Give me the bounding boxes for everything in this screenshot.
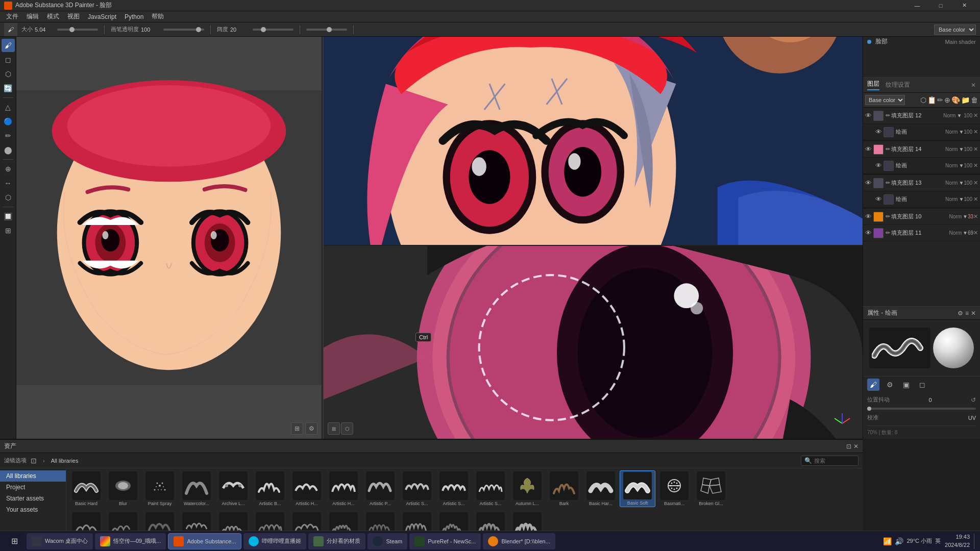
brush-paint-spray[interactable]: Paint Spray <box>142 470 178 507</box>
brush-param-fill[interactable]: ▣ <box>900 379 912 391</box>
canvas-mode-2[interactable]: ⬡ <box>341 422 353 435</box>
layer-item-14[interactable]: 👁 ✏ 填充图层 14 Norm ▼ 100 ✕ <box>863 141 980 158</box>
taskbar-substance[interactable]: Adobe Substance... <box>168 533 241 549</box>
layer-item-11[interactable]: 👁 ✏ 填充图层 11 Norm ▼ 69 ✕ <box>863 225 980 241</box>
prop-header-layout[interactable]: ≡ <box>965 310 969 317</box>
layer10-visibility[interactable]: 👁 <box>865 213 872 220</box>
canvas-mode-1[interactable]: ⊞ <box>328 422 340 435</box>
library-item-your[interactable]: Your assets <box>0 504 66 515</box>
brush-basmati[interactable]: Basmati... <box>656 470 692 507</box>
minimize-button[interactable]: — <box>905 0 929 11</box>
layer-visibility-toggle[interactable]: 👁 <box>865 112 872 119</box>
tool-paint[interactable]: 🖌 <box>2 39 15 52</box>
taskbar-bilibili[interactable]: 哔哩哔哩直播姬 <box>243 533 306 549</box>
layer-item-13[interactable]: 👁 ✏ 填充图层 13 Norm ▼ 100 ✕ <box>863 175 980 191</box>
opacity-slider[interactable] <box>163 29 204 31</box>
menu-javascript[interactable]: JavaScript <box>84 12 120 21</box>
tool-polygon[interactable]: ⬡ <box>2 67 15 81</box>
tool-move[interactable]: ↔ <box>2 177 15 190</box>
texture-shader-row[interactable]: 脸部 Main shader <box>863 35 980 48</box>
prop-header-settings[interactable]: ⚙ <box>958 310 963 317</box>
taskbar-steam[interactable]: Steam <box>368 533 407 549</box>
maximize-button[interactable]: □ <box>929 0 952 11</box>
layer14-sub[interactable]: 👁 绘画 Norm ▼ 100 ✕ <box>863 158 980 174</box>
menu-mode[interactable]: 模式 <box>43 11 63 22</box>
canvas-left[interactable]: ⊞ ⚙ <box>16 37 323 439</box>
brush-tool-icon[interactable]: 🖌 <box>4 23 17 36</box>
brush-bark[interactable]: Bark <box>546 470 582 507</box>
time-display[interactable]: 19:43 2024/8/22 <box>945 533 970 549</box>
tool-circle[interactable]: ⬤ <box>2 143 15 157</box>
taskbar-wacom[interactable]: Wacom 桌面中心 <box>27 533 93 549</box>
menu-edit[interactable]: 编辑 <box>22 11 43 22</box>
library-item-all[interactable]: All libraries <box>0 470 66 482</box>
flow-slider[interactable] <box>253 29 293 31</box>
layer14-sub-vis[interactable]: 👁 <box>875 162 882 169</box>
filter-options-label[interactable]: 滤镜选项 <box>4 457 27 464</box>
layer13-sub-close[interactable]: ✕ <box>973 196 978 203</box>
taskbar-materials[interactable]: 分好看的材质 <box>308 533 365 549</box>
taskbar-chrome[interactable]: 悟空传—09_哦哦... <box>95 533 166 549</box>
brush-size-slider[interactable] <box>57 29 98 31</box>
library-item-project[interactable]: Project <box>0 482 66 493</box>
brush-broken-gl[interactable]: Broken Gl... <box>693 470 729 507</box>
asset-expand[interactable]: ⊡ <box>846 443 851 450</box>
brush-artistic-s2[interactable]: Artistic S... <box>436 470 472 507</box>
brush-basic-hard[interactable]: Basic Hard <box>68 470 104 507</box>
layer-item[interactable]: 👁 ✏ 填充图层 12 Norm ▼ 100 ✕ <box>863 108 980 124</box>
sub-layer-visibility[interactable]: 👁 <box>875 128 882 136</box>
layer14-close[interactable]: ✕ <box>973 146 978 153</box>
brush-archive-l[interactable]: Archive L... <box>215 470 251 507</box>
layer-item-10[interactable]: 👁 ✏ 填充图层 10 Norm ▼ 33 ✕ <box>863 209 980 225</box>
brush-artistic-s3[interactable]: Artistic S... <box>473 470 508 507</box>
taskbar-purref[interactable]: PureRef - NewSc... <box>409 533 481 549</box>
canvas-zoom-fit[interactable]: ⊞ <box>291 422 303 435</box>
layer-blend-mode-select[interactable]: Base color <box>865 95 905 105</box>
tool-grid2[interactable]: ⊞ <box>2 224 15 237</box>
tool-grid[interactable]: 🔲 <box>2 210 15 223</box>
layer10-close[interactable]: ✕ <box>973 213 978 220</box>
layer11-visibility[interactable]: 👁 <box>865 229 872 237</box>
layer-item-sub[interactable]: 👁 绘画 Norm ▼ 100 ✕ <box>863 124 980 140</box>
library-item-starter[interactable]: Starter assets <box>0 493 66 504</box>
tab-texture-settings[interactable]: 纹理设置 <box>886 81 910 89</box>
layer-icon-paint[interactable]: ✏ <box>937 96 943 104</box>
asset-close[interactable]: ✕ <box>853 443 859 450</box>
layer13-sub-vis[interactable]: 👁 <box>875 195 882 203</box>
brush-artistic-b[interactable]: Artistic B... <box>252 470 288 507</box>
tool-clone[interactable]: 🔄 <box>2 82 15 95</box>
show-desktop[interactable] <box>974 534 976 549</box>
channel-dropdown[interactable]: Base color <box>934 24 976 35</box>
tool-smudge[interactable]: △ <box>2 101 15 114</box>
tab-layers[interactable]: 图层 <box>867 80 879 90</box>
brush-artistic-h2[interactable]: Artistic H... <box>326 470 361 507</box>
layer-icon-add-group[interactable]: 📁 <box>961 96 970 104</box>
menu-help[interactable]: 帮助 <box>148 11 168 22</box>
brush-artistic-p[interactable]: Artistic P... <box>362 470 398 507</box>
menu-view[interactable]: 视图 <box>63 11 84 22</box>
layer13-visibility[interactable]: 👁 <box>865 179 872 187</box>
sub-layer-close[interactable]: ✕ <box>973 129 978 135</box>
layer13-close[interactable]: ✕ <box>973 180 978 186</box>
brush-basic-har2[interactable]: Basic Har... <box>583 470 619 507</box>
layer14-visibility[interactable]: 👁 <box>865 145 872 153</box>
brush-artistic-h1[interactable]: Artistic H... <box>289 470 325 507</box>
search-input[interactable] <box>814 458 855 464</box>
brush-artistic-s1[interactable]: Artistic S... <box>399 470 435 507</box>
tool-hex[interactable]: ⬡ <box>2 191 15 204</box>
brush-autumn-l[interactable]: Autumn L... <box>509 470 545 507</box>
filter-icon[interactable]: ⊡ <box>31 457 37 465</box>
layer-icon-delete[interactable]: 🗑 <box>971 96 978 104</box>
layer-icon-duplicate[interactable]: 📋 <box>927 96 936 104</box>
menu-file[interactable]: 文件 <box>2 11 22 22</box>
tool-eraser[interactable]: ◻ <box>2 53 15 66</box>
layer14-sub-close[interactable]: ✕ <box>973 162 978 169</box>
brush-param-brush[interactable]: 🖌 <box>867 379 879 391</box>
tool-add[interactable]: ⊕ <box>2 162 15 176</box>
layer-icon-add-paint[interactable]: 🎨 <box>951 96 960 104</box>
layer-icon-add-fill[interactable]: ⊕ <box>944 96 950 104</box>
brush-param-material[interactable]: ◻ <box>916 379 928 391</box>
position-slider[interactable] <box>867 408 976 410</box>
layer13-sub[interactable]: 👁 绘画 Norm ▼ 100 ✕ <box>863 191 980 208</box>
tool-select[interactable]: 🔵 <box>2 115 15 128</box>
